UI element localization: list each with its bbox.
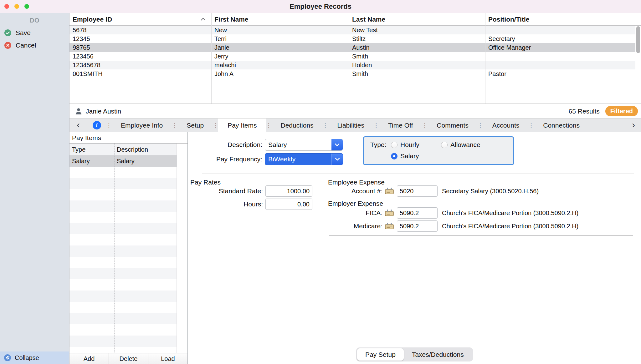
employer-expense-heading: Employer Expense	[328, 199, 383, 208]
dropdown-chevron-icon[interactable]	[331, 139, 343, 150]
radio-label: Salary	[400, 152, 419, 160]
pay-setup-segmented-control: Pay Setup Taxes/Deductions	[356, 347, 473, 361]
column-divider	[349, 13, 349, 104]
account-number-label: Account #:	[328, 185, 382, 197]
fica-account-input[interactable]	[397, 207, 438, 219]
add-button[interactable]: Add	[69, 353, 109, 364]
load-button[interactable]: Load	[148, 353, 187, 364]
tab-separator: ⋮	[266, 119, 271, 132]
standard-rate-input[interactable]	[265, 185, 312, 197]
tab-setup[interactable]: Setup	[177, 119, 213, 132]
cell-last-name: New Test	[349, 26, 485, 34]
type-radio-group: Type: Hourly Allowance Salary	[363, 136, 514, 165]
tab-employee-info[interactable]: Employee Info	[111, 119, 172, 132]
fica-label: FICA:	[328, 207, 382, 219]
table-row[interactable]: 123456 Jerry Smith	[69, 52, 635, 61]
info-tab[interactable]: i	[87, 119, 106, 132]
record-bar: Janie Austin 65 Results Filtered	[69, 104, 641, 119]
tab-pay-items[interactable]: Pay Items	[218, 119, 266, 132]
person-icon	[74, 107, 83, 115]
cancel-button[interactable]: Cancel	[0, 39, 69, 52]
tab-comments[interactable]: Comments	[427, 119, 478, 132]
save-check-icon	[4, 29, 12, 37]
pay-item-row-selected[interactable]: Salary Salary	[69, 155, 177, 167]
fica-lookup-icon[interactable]	[384, 209, 394, 217]
column-divider	[211, 13, 212, 104]
pay-frequency-label: Pay Frequency:	[188, 153, 262, 165]
pay-item-form: Description: Salary Pay Frequency: BiWee…	[188, 132, 641, 364]
tab-time-off[interactable]: Time Off	[379, 119, 422, 132]
table-row-selected[interactable]: 98765 Janie Austin Office Manager	[69, 43, 635, 52]
delete-button[interactable]: Delete	[109, 353, 148, 364]
table-row[interactable]: 12345678 malachi Holden	[69, 61, 635, 69]
tab-separator: ⋮	[478, 119, 483, 132]
column-header-employee-id[interactable]: Employee ID	[69, 13, 211, 26]
medicare-account-input[interactable]	[397, 220, 438, 232]
tabs-scroll-right-button[interactable]: ›	[626, 119, 641, 132]
list-column-type[interactable]: Type	[69, 144, 114, 155]
segment-pay-setup[interactable]: Pay Setup	[357, 348, 404, 361]
account-lookup-icon[interactable]	[384, 187, 394, 195]
list-column-description[interactable]: Description	[114, 144, 177, 155]
collapse-chevrons-icon	[4, 354, 11, 361]
tab-accounts[interactable]: Accounts	[483, 119, 529, 132]
cell-last-name: Stiltz	[349, 34, 485, 43]
fica-description: Church's FICA/Medicare Portion (3000.509…	[442, 207, 578, 219]
employee-table: Employee ID First Name Last Name Positio…	[69, 13, 641, 104]
description-value: Salary	[265, 141, 331, 149]
collapse-label: Collapse	[15, 354, 39, 361]
column-divider	[485, 13, 485, 104]
column-header-first-name[interactable]: First Name	[211, 13, 349, 26]
segment-taxes-deductions[interactable]: Taxes/Deductions	[404, 348, 472, 361]
table-row[interactable]: 001SMITH John A Smith Pastor	[69, 69, 635, 78]
app-window: Employee Records DO Save Cancel Collapse…	[0, 0, 641, 364]
cell-employee-id: 123456	[69, 52, 211, 61]
tab-separator: ⋮	[529, 119, 534, 132]
radio-hourly[interactable]: Hourly	[391, 140, 419, 149]
tabs-scroll-left-button[interactable]: ‹	[69, 119, 87, 132]
cell-last-name: Holden	[349, 61, 485, 69]
table-header: Employee ID First Name Last Name Positio…	[69, 13, 641, 26]
column-label: Employee ID	[73, 16, 112, 23]
filtered-badge[interactable]: Filtered	[605, 106, 638, 116]
pay-frequency-value: BiWeekly	[265, 155, 331, 163]
tab-separator: ⋮	[422, 119, 427, 132]
table-scrollbar[interactable]	[635, 26, 641, 104]
radio-allowance[interactable]: Allowance	[441, 140, 480, 149]
standard-rate-label: Standard Rate:	[188, 185, 263, 197]
column-header-last-name[interactable]: Last Name	[349, 13, 485, 26]
window-title: Employee Records	[0, 0, 641, 13]
results-count: 65 Results	[569, 108, 600, 115]
cancel-x-icon	[4, 42, 12, 49]
medicare-description: Church's FICA/Medicare Portion (3000.509…	[442, 220, 578, 232]
hours-input[interactable]	[265, 199, 312, 210]
radio-circle	[391, 142, 397, 148]
dropdown-chevron-icon[interactable]	[331, 154, 343, 165]
table-row[interactable]: 12345 Terri Stiltz Secretary	[69, 34, 635, 43]
description-select[interactable]: Salary	[265, 139, 343, 151]
radio-salary[interactable]: Salary	[391, 152, 419, 160]
radio-label: Hourly	[400, 141, 419, 149]
tab-deductions[interactable]: Deductions	[271, 119, 323, 132]
pay-item-description: Salary	[114, 155, 177, 167]
cell-position	[485, 52, 641, 61]
tab-connections[interactable]: Connections	[534, 119, 589, 132]
save-button[interactable]: Save	[0, 27, 69, 39]
radio-circle	[441, 142, 448, 148]
pay-items-panel: Pay Items Type Description Salary Salary…	[69, 132, 188, 364]
cell-position: Pastor	[485, 69, 641, 78]
scrollbar-thumb[interactable]	[636, 26, 640, 53]
cell-employee-id: 12345	[69, 34, 211, 43]
cell-first-name: Terri	[211, 34, 349, 43]
table-row[interactable]: 5678 New New Test	[69, 26, 635, 34]
collapse-sidebar-button[interactable]: Collapse	[0, 351, 69, 364]
column-header-position[interactable]: Position/Title	[485, 13, 641, 26]
account-number-input[interactable]	[397, 185, 438, 197]
cell-first-name: Janie	[211, 43, 349, 52]
pay-frequency-select[interactable]: BiWeekly	[265, 153, 343, 165]
cell-first-name: Jerry	[211, 52, 349, 61]
tab-liabilities[interactable]: Liabilities	[328, 119, 374, 132]
cell-position	[485, 61, 641, 69]
section-divider	[329, 235, 633, 236]
medicare-lookup-icon[interactable]	[384, 222, 394, 230]
